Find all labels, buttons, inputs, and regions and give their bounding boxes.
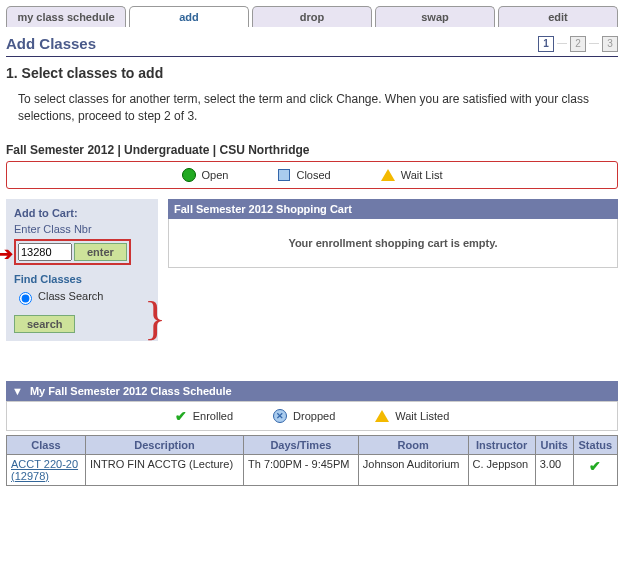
tab-bar: my class schedule add drop swap edit	[6, 6, 618, 27]
col-units: Units	[535, 435, 573, 454]
chevron-down-icon: ▼	[12, 385, 23, 397]
waitlisted-icon	[375, 410, 389, 422]
page-title: Add Classes	[6, 35, 96, 52]
tab-schedule[interactable]: my class schedule	[6, 6, 126, 27]
instructions: To select classes for another term, sele…	[18, 91, 606, 125]
cell-units: 3.00	[535, 454, 573, 485]
search-button[interactable]: search	[14, 315, 75, 333]
enter-button[interactable]: enter	[74, 243, 127, 261]
class-search-radio[interactable]: Class Search	[14, 289, 150, 305]
enrolled-icon: ✔	[175, 408, 187, 424]
tab-swap[interactable]: swap	[375, 6, 495, 27]
enter-class-row: ➔ enter	[14, 239, 131, 265]
cell-room: Johnson Auditorium	[358, 454, 468, 485]
dropped-icon: ✕	[273, 409, 287, 423]
step-2: 2	[570, 36, 586, 52]
waitlist-label: Wait List	[401, 169, 443, 181]
waitlist-icon	[381, 169, 395, 181]
status-enrolled-icon: ✔	[589, 458, 601, 474]
schedule-header[interactable]: ▼ My Fall Semester 2012 Class Schedule	[6, 381, 618, 401]
cell-desc: INTRO FIN ACCTG (Lecture)	[86, 454, 244, 485]
class-search-radio-label: Class Search	[38, 290, 103, 302]
cart-empty-message: Your enrollment shopping cart is empty.	[168, 219, 618, 268]
term-line: Fall Semester 2012 | Undergraduate | CSU…	[6, 143, 618, 157]
brace-icon: }	[144, 305, 166, 333]
cell-days: Th 7:00PM - 9:45PM	[244, 454, 359, 485]
open-label: Open	[202, 169, 229, 181]
col-class: Class	[7, 435, 86, 454]
schedule-header-label: My Fall Semester 2012 Class Schedule	[30, 385, 232, 397]
status-legend: Open Closed Wait List	[6, 161, 618, 189]
schedule-table: Class Description Days/Times Room Instru…	[6, 435, 618, 486]
waitlisted-label: Wait Listed	[395, 410, 449, 422]
tab-drop[interactable]: drop	[252, 6, 372, 27]
step-3: 3	[602, 36, 618, 52]
col-days: Days/Times	[244, 435, 359, 454]
table-row: ACCT 220-20 (12978) INTRO FIN ACCTG (Lec…	[7, 454, 618, 485]
shopping-cart-header: Fall Semester 2012 Shopping Cart	[168, 199, 618, 219]
col-room: Room	[358, 435, 468, 454]
class-link[interactable]: ACCT 220-20	[11, 458, 78, 470]
tab-edit[interactable]: edit	[498, 6, 618, 27]
schedule-legend: ✔Enrolled ✕Dropped Wait Listed	[6, 401, 618, 431]
class-nbr-input[interactable]	[18, 243, 72, 261]
class-id-link[interactable]: (12978)	[11, 470, 49, 482]
arrow-icon: ➔	[0, 243, 13, 265]
col-desc: Description	[86, 435, 244, 454]
add-to-cart-panel: Add to Cart: Enter Class Nbr ➔ enter Fin…	[6, 199, 158, 341]
find-classes-label: Find Classes	[14, 273, 150, 285]
closed-label: Closed	[296, 169, 330, 181]
dropped-label: Dropped	[293, 410, 335, 422]
enrolled-label: Enrolled	[193, 410, 233, 422]
col-status: Status	[573, 435, 617, 454]
add-to-cart-label: Add to Cart:	[14, 207, 150, 219]
step-1: 1	[538, 36, 554, 52]
class-search-radio-input[interactable]	[19, 292, 32, 305]
step-indicator: 1 — 2 — 3	[538, 36, 618, 52]
closed-icon	[278, 169, 290, 181]
cell-instr: C. Jeppson	[468, 454, 535, 485]
open-icon	[182, 168, 196, 182]
enter-class-label: Enter Class Nbr	[14, 223, 150, 235]
tab-add[interactable]: add	[129, 6, 249, 27]
col-instr: Instructor	[468, 435, 535, 454]
section-heading: 1. Select classes to add	[6, 65, 618, 81]
